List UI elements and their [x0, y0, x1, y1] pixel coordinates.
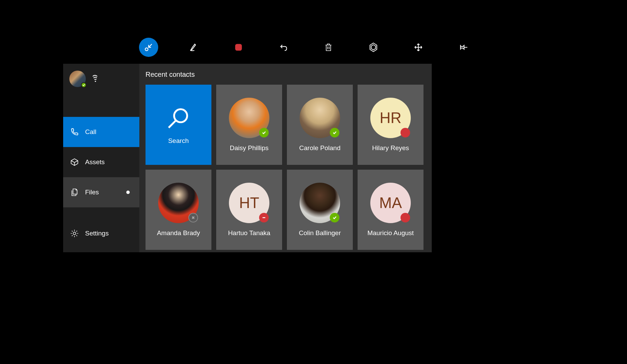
contact-name: Amanda Brady	[157, 229, 200, 237]
contact-name: Hartuo Tanaka	[228, 229, 270, 237]
trash-icon	[324, 43, 333, 52]
pen-button[interactable]	[184, 38, 203, 57]
user-avatar[interactable]	[69, 71, 86, 87]
search-icon	[165, 105, 191, 131]
contacts-grid: Search Daisy Phillips	[146, 85, 426, 250]
contact-tile-colin[interactable]: Colin Ballinger	[287, 170, 353, 250]
contact-avatar	[229, 98, 269, 138]
contact-tile-hilary[interactable]: HR Hilary Reyes	[358, 85, 423, 165]
presence-busy-icon	[259, 213, 269, 222]
pin-icon	[458, 43, 468, 52]
move-button[interactable]	[409, 38, 428, 57]
avatar-initials: HT	[239, 194, 259, 211]
sidebar-header	[63, 64, 139, 117]
pen-icon	[189, 43, 198, 52]
presence-available-icon	[330, 213, 339, 222]
presence-available-icon	[259, 128, 269, 137]
contact-tile-carole[interactable]: Carole Poland	[287, 85, 353, 165]
contact-name: Mauricio August	[367, 229, 414, 237]
contact-name: Colin Ballinger	[299, 229, 341, 237]
undo-button[interactable]	[274, 38, 293, 57]
move-icon	[414, 43, 423, 52]
svg-point-3	[73, 232, 76, 235]
search-label: Search	[168, 137, 189, 145]
contact-avatar	[158, 183, 199, 223]
contact-avatar	[300, 98, 340, 138]
wifi-icon	[91, 75, 102, 84]
settings-hex-button[interactable]	[364, 38, 383, 57]
app-window: Call Assets Files	[63, 64, 432, 252]
pin-button[interactable]	[454, 38, 473, 57]
contact-tile-mauricio[interactable]: MA Mauricio August	[358, 170, 423, 250]
svg-point-0	[145, 48, 148, 51]
collapse-button[interactable]	[139, 38, 158, 57]
presence-offline-icon	[188, 213, 198, 222]
undo-icon	[279, 43, 288, 52]
gear-icon	[70, 229, 79, 238]
sidebar-item-files[interactable]: Files	[63, 177, 139, 207]
hexagon-icon	[368, 42, 379, 52]
files-icon	[70, 188, 79, 197]
toolbar	[139, 38, 473, 57]
sidebar-nav: Call Assets Files	[63, 117, 139, 221]
avatar-initials: MA	[379, 194, 402, 211]
presence-busy-icon	[400, 213, 410, 222]
search-tile[interactable]: Search	[146, 85, 211, 165]
stop-button[interactable]	[229, 38, 248, 57]
sidebar-item-call[interactable]: Call	[63, 117, 139, 147]
section-title: Recent contacts	[146, 71, 426, 78]
sidebar-item-settings[interactable]: Settings	[63, 221, 139, 245]
sidebar-item-assets[interactable]: Assets	[63, 147, 139, 177]
contact-name: Daisy Phillips	[230, 144, 269, 152]
delete-button[interactable]	[319, 38, 338, 57]
contact-avatar: HT	[229, 183, 269, 223]
presence-available-icon	[330, 128, 339, 137]
avatar-initials: HR	[380, 109, 402, 126]
svg-point-2	[95, 81, 96, 82]
main-panel: Recent contacts Search Daisy Phillips	[139, 64, 432, 252]
sidebar-call-label: Call	[85, 128, 96, 136]
contact-name: Hilary Reyes	[372, 144, 409, 152]
sidebar-footer: Settings	[63, 221, 139, 252]
notification-dot-icon	[126, 191, 130, 194]
contact-tile-hartuo[interactable]: HT Hartuo Tanaka	[216, 170, 282, 250]
sidebar: Call Assets Files	[63, 64, 139, 252]
contact-tile-daisy[interactable]: Daisy Phillips	[216, 85, 282, 165]
collapse-icon	[144, 43, 153, 52]
box-icon	[70, 158, 79, 167]
stop-icon	[234, 43, 243, 52]
sidebar-assets-label: Assets	[85, 158, 105, 166]
contact-avatar	[300, 183, 340, 223]
presence-available-icon	[81, 82, 86, 88]
sidebar-files-label: Files	[85, 189, 99, 196]
presence-busy-icon	[400, 128, 410, 137]
phone-icon	[70, 128, 79, 136]
svg-rect-1	[235, 44, 242, 51]
svg-point-4	[174, 109, 187, 122]
sidebar-settings-label: Settings	[85, 230, 109, 237]
contact-avatar: MA	[370, 183, 411, 223]
contact-avatar: HR	[370, 98, 411, 138]
contact-tile-amanda[interactable]: Amanda Brady	[146, 170, 211, 250]
contact-name: Carole Poland	[299, 144, 340, 152]
